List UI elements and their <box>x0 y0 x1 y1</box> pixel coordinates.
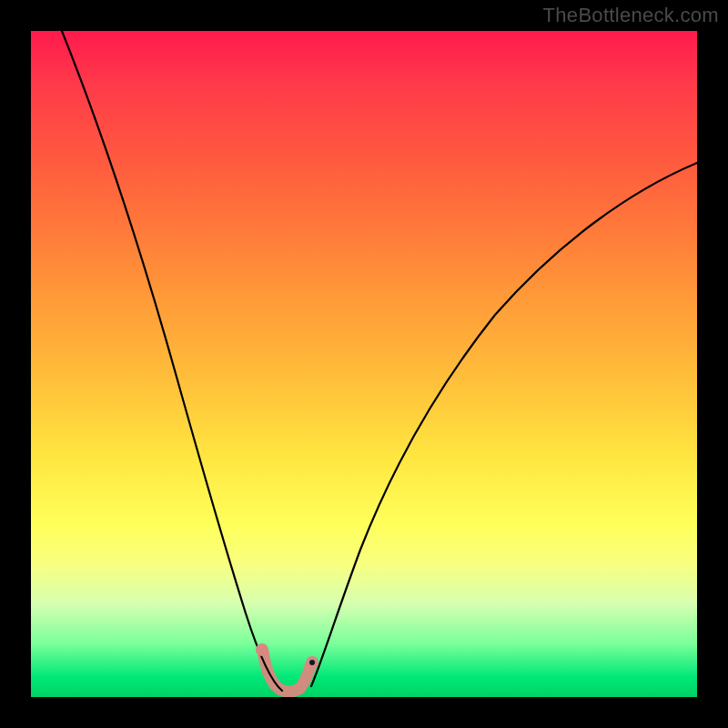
chart-plot-area <box>31 31 697 697</box>
right-curve <box>311 163 697 686</box>
watermark-text: TheBottleneck.com <box>543 4 719 27</box>
valley-highlight <box>263 652 310 692</box>
valley-right-node-dot <box>309 660 315 665</box>
valley-left-node <box>256 643 268 656</box>
chart-svg <box>31 31 697 697</box>
left-curve <box>62 31 282 691</box>
